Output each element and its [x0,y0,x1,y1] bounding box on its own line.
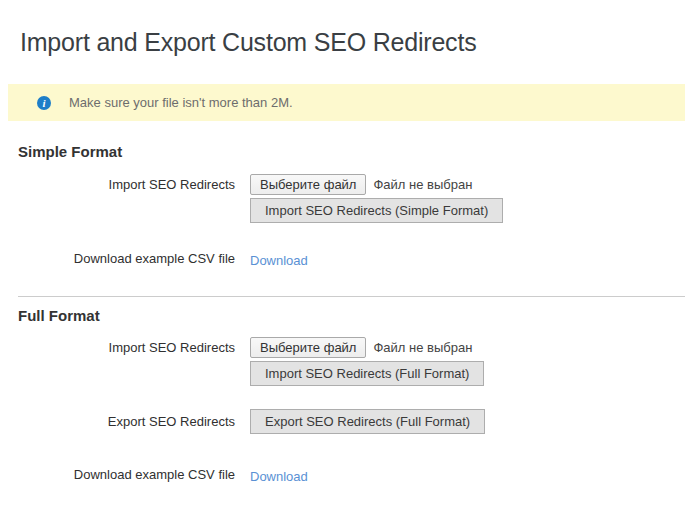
row-import-seo-redirects-full: Import SEO Redirects Выберите файл Файл … [0,337,685,386]
row-export-seo-redirects-full: Export SEO Redirects Export SEO Redirect… [0,409,685,434]
info-icon: i [37,96,51,110]
file-input-simple[interactable]: Выберите файл Файл не выбран [250,174,503,195]
field-label-import-seo-redirects: Import SEO Redirects [0,174,235,193]
section-heading-simple-format: Simple Format [18,143,685,160]
choose-file-button-full[interactable]: Выберите файл [250,337,366,358]
import-full-format-button[interactable]: Import SEO Redirects (Full Format) [250,361,484,386]
row-download-example-full: Download example CSV file Download [0,467,685,485]
field-label-download-example-csv-full: Download example CSV file [0,467,235,483]
notice-banner: i Make sure your file isn't more than 2M… [8,84,685,121]
choose-file-button-simple[interactable]: Выберите файл [250,174,366,195]
field-label-import-seo-redirects-full: Import SEO Redirects [0,337,235,356]
download-link-full[interactable]: Download [250,469,308,484]
field-label-export-seo-redirects: Export SEO Redirects [0,414,235,430]
notice-text: Make sure your file isn't more than 2M. [69,95,293,110]
field-label-download-example-csv: Download example CSV file [0,251,235,267]
file-status-text-full: Файл не выбран [373,340,472,355]
seo-redirects-page: Import and Export Custom SEO Redirects i… [0,28,685,485]
page-title: Import and Export Custom SEO Redirects [20,28,685,57]
section-divider [18,296,685,297]
row-import-seo-redirects-simple: Import SEO Redirects Выберите файл Файл … [0,174,685,223]
file-status-text-simple: Файл не выбран [373,177,472,192]
file-input-full[interactable]: Выберите файл Файл не выбран [250,337,484,358]
section-heading-full-format: Full Format [18,307,685,324]
export-full-format-button[interactable]: Export SEO Redirects (Full Format) [250,409,485,434]
import-simple-format-button[interactable]: Import SEO Redirects (Simple Format) [250,198,503,223]
row-download-example-simple: Download example CSV file Download [0,251,685,269]
download-link-simple[interactable]: Download [250,253,308,268]
